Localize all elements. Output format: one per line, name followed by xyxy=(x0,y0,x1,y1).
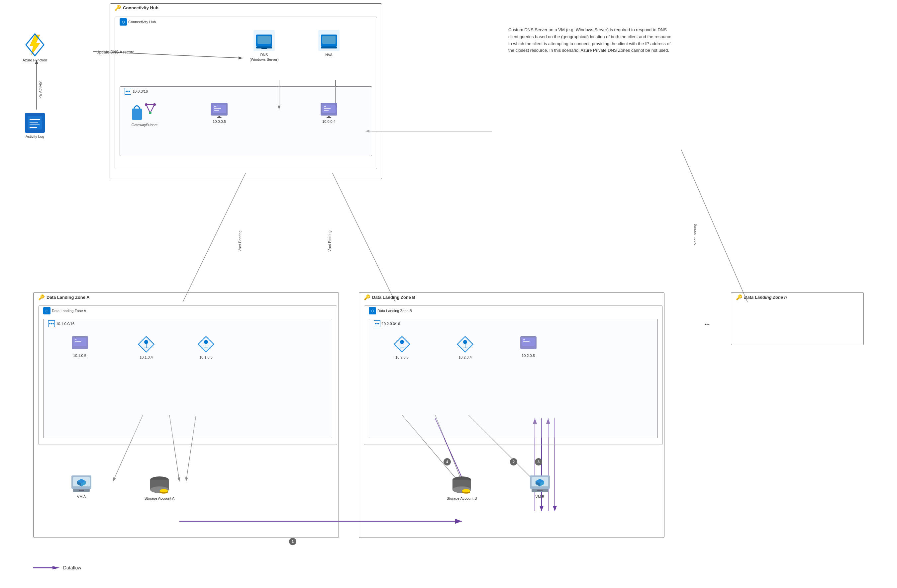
zone-b-key-icon: 🔑 xyxy=(364,294,370,301)
svg-point-38 xyxy=(127,91,129,92)
zone-a-label: 🔑 Data Landing Zone A xyxy=(38,294,90,301)
dataflow-label: Dataflow xyxy=(63,565,81,570)
zone-b-nic2-node: 10.2.0.4 xyxy=(452,335,478,360)
svg-point-97 xyxy=(160,489,168,492)
zone-n-label: 🔑 Data Landing Zone n xyxy=(736,294,787,301)
azure-function-node: Azure Function xyxy=(20,33,50,63)
hub-ip1-label: 10.0.0.5 xyxy=(213,119,226,124)
svg-rect-47 xyxy=(214,106,216,107)
svg-marker-56 xyxy=(326,116,332,118)
svg-point-42 xyxy=(145,103,147,106)
activity-log-icon xyxy=(25,113,45,133)
svg-rect-55 xyxy=(324,110,329,111)
svg-point-70 xyxy=(52,323,54,324)
svg-point-101 xyxy=(375,323,376,324)
vm-b-icon xyxy=(529,475,551,493)
svg-point-44 xyxy=(149,111,152,114)
zone-a-nic3-node: 10.1.0.5 xyxy=(193,335,219,360)
zone-b-nic2-icon xyxy=(456,335,475,354)
svg-point-37 xyxy=(126,91,127,92)
svg-rect-35 xyxy=(321,46,337,49)
svg-point-43 xyxy=(153,103,156,106)
svg-point-77 xyxy=(144,340,148,344)
svg-line-11 xyxy=(332,173,395,302)
nva-node: NVA xyxy=(315,30,342,57)
svg-text:⬡: ⬡ xyxy=(46,309,49,313)
storage-a-icon xyxy=(148,475,171,495)
storage-b-node: Storage Account B xyxy=(442,475,482,501)
storage-b-icon xyxy=(450,475,473,495)
storage-b-label: Storage Account B xyxy=(447,496,477,501)
activity-log-node: Activity Log xyxy=(20,113,50,139)
svg-point-123 xyxy=(462,489,470,492)
zone-a-key-icon: 🔑 xyxy=(38,294,45,301)
zone-b-nic3-icon xyxy=(519,335,537,352)
vnet-icon: ⬡ xyxy=(119,18,127,26)
zone-b-ip1-label: 10.2.0.5 xyxy=(395,355,409,360)
gateway-icon xyxy=(131,101,158,121)
svg-point-68 xyxy=(49,323,51,324)
svg-marker-50 xyxy=(217,116,222,118)
zone-a-ip1-label: 10.1.0.5 xyxy=(73,353,86,358)
vm-a-icon xyxy=(71,475,92,493)
nva-icon xyxy=(318,30,340,51)
azure-function-icon xyxy=(23,33,46,57)
zone-b-nic1-icon xyxy=(393,335,411,354)
vm-a-label: VM A xyxy=(77,494,86,499)
svg-line-12 xyxy=(681,150,747,302)
hub-ip1-node: 10.0.0.5 xyxy=(206,101,233,124)
svg-rect-88 xyxy=(79,490,84,491)
zone-b-nic3-node: 10.2.0.5 xyxy=(515,335,542,358)
dataflow-arrow-icon xyxy=(33,564,60,571)
azure-function-label: Azure Function xyxy=(23,58,47,63)
zone-b-ip2-label: 10.2.0.4 xyxy=(458,355,472,360)
connectivity-hub-label: 🔑 Connectivity Hub xyxy=(115,5,158,11)
storage-a-label: Storage Account A xyxy=(144,496,175,501)
svg-text:⬡: ⬡ xyxy=(122,20,125,24)
zone-b-subnet-ip: 10.2.0.0/16 xyxy=(374,321,400,327)
connectivity-hub-key-icon: 🔑 xyxy=(115,5,121,11)
svg-point-82 xyxy=(204,340,208,344)
vm-a-node: VM A xyxy=(66,475,96,499)
zone-a-nic3-icon xyxy=(197,335,215,354)
vm-b-node: VM B xyxy=(525,475,555,499)
svg-rect-74 xyxy=(75,341,81,342)
zone-b-nic1-node: 10.2.0.5 xyxy=(389,335,415,360)
connectivity-hub-subnet-label: ⬡ Connectivity Hub xyxy=(119,18,156,26)
zone-b-label: 🔑 Data Landing Zone B xyxy=(364,294,415,301)
zone-a-subnet-ip: 10.1.0.0/16 xyxy=(48,321,74,327)
zone-a-nic2-node: 10.1.0.4 xyxy=(133,335,159,360)
svg-point-69 xyxy=(51,323,52,324)
vnet-peering-label-3: Vnet Peering xyxy=(693,224,697,245)
step-4-circle: 4 xyxy=(444,458,451,466)
hub-ip2-label: 10.0.0.4 xyxy=(322,119,335,124)
pe-activity-label: PE Activity xyxy=(38,81,42,99)
svg-rect-29 xyxy=(257,36,271,44)
nva-label: NVA xyxy=(325,52,332,57)
svg-rect-117 xyxy=(523,341,530,342)
svg-rect-73 xyxy=(75,339,77,340)
zone-b-dots-icon xyxy=(374,321,380,327)
step-2-circle: 2 xyxy=(510,458,517,466)
vnet-peering-label-2: Vnet Peering xyxy=(328,231,332,252)
svg-point-106 xyxy=(400,340,404,344)
zone-b-ip3-label: 10.2.0.5 xyxy=(522,353,535,358)
hub-firewall-icon xyxy=(209,101,229,118)
activity-log-label: Activity Log xyxy=(26,134,44,139)
annotation-text: Custom DNS Server on a VM (e.g. Windows … xyxy=(508,27,674,54)
hub-nva-subnet-icon xyxy=(319,101,339,118)
svg-rect-49 xyxy=(214,110,219,111)
svg-point-111 xyxy=(463,340,467,344)
svg-rect-48 xyxy=(214,108,221,109)
storage-a-node: Storage Account A xyxy=(139,475,179,501)
zone-a-dots-icon xyxy=(48,321,55,327)
zone-a-nic1-icon xyxy=(71,335,89,352)
step-1-circle: 1 xyxy=(289,538,296,545)
ellipsis: ... xyxy=(704,319,710,326)
dns-server-node: DNS (Windows Server) xyxy=(248,30,281,62)
step-3-circle: 3 xyxy=(535,458,542,466)
subnet-dots-icon xyxy=(125,88,131,95)
svg-rect-40 xyxy=(132,108,142,120)
svg-rect-127 xyxy=(537,490,542,491)
zone-b-vnet-icon: ⬡ xyxy=(369,307,376,315)
